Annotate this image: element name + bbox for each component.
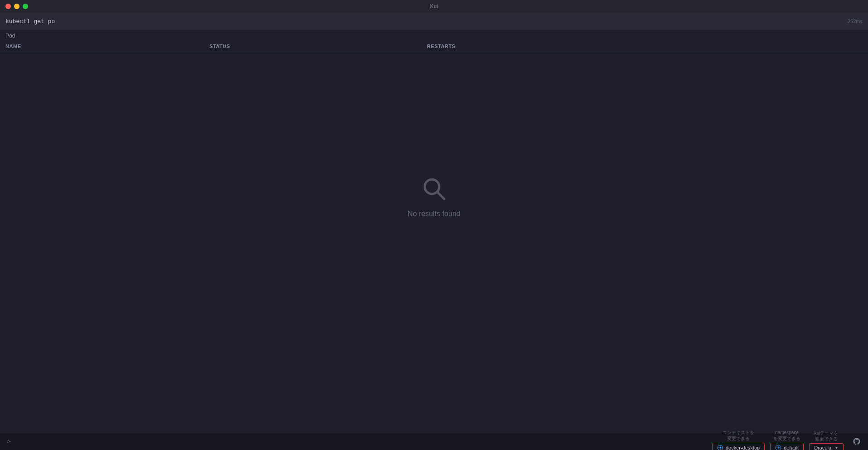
namespace-tooltip-section: namespace を変更できる default [770, 430, 804, 450]
svg-line-1 [437, 192, 444, 199]
theme-button-label: Dracula [814, 445, 831, 450]
theme-caret-icon: ▼ [834, 445, 839, 450]
terminal-prompt[interactable]: > [4, 436, 15, 446]
close-button[interactable] [5, 4, 11, 9]
theme-button[interactable]: Dracula ▼ [809, 443, 844, 450]
context-button[interactable]: docker-desktop [712, 443, 765, 450]
kubernetes-icon [717, 445, 723, 450]
maximize-button[interactable] [23, 4, 28, 9]
github-icon[interactable] [853, 437, 861, 445]
namespace-button[interactable]: default [770, 443, 804, 450]
column-header-status: Status [209, 44, 427, 49]
namespace-button-label: default [784, 445, 799, 450]
minimize-button[interactable] [14, 4, 19, 9]
command-duration: 252ms [848, 19, 863, 24]
command-bar: 252ms [0, 13, 868, 30]
empty-state: No results found [0, 52, 868, 432]
command-input[interactable] [5, 18, 848, 25]
column-header-restarts: Restarts [427, 44, 563, 49]
context-button-label: docker-desktop [726, 445, 760, 450]
traffic-lights [5, 4, 28, 9]
status-bar-right: コンテキストを 変更できる docker-desktop namespace を [712, 430, 861, 450]
table-header: Name Status Restarts [0, 42, 868, 52]
context-tooltip-label: コンテキストを 変更できる [723, 430, 754, 441]
result-section: Pod Name Status Restarts No results foun… [0, 30, 868, 432]
no-results-text: No results found [407, 210, 461, 218]
theme-tooltip-label: kuiテーマを 変更できる [815, 430, 839, 442]
no-results-search-icon [421, 175, 448, 203]
svg-point-3 [719, 447, 721, 449]
namespace-tooltip-label: namespace を変更できる [773, 430, 800, 441]
context-tooltip-section: コンテキストを 変更できる docker-desktop [712, 430, 765, 450]
namespace-icon [775, 445, 781, 450]
status-bar: > コンテキストを 変更できる docker-desktop [0, 432, 868, 450]
column-header-name: Name [5, 44, 209, 49]
window-title: Kui [430, 3, 438, 10]
status-bar-left: > [4, 436, 712, 446]
resource-label: Pod [0, 30, 868, 42]
title-bar: Kui [0, 0, 868, 13]
theme-tooltip-section: kuiテーマを 変更できる Dracula ▼ [809, 430, 844, 450]
